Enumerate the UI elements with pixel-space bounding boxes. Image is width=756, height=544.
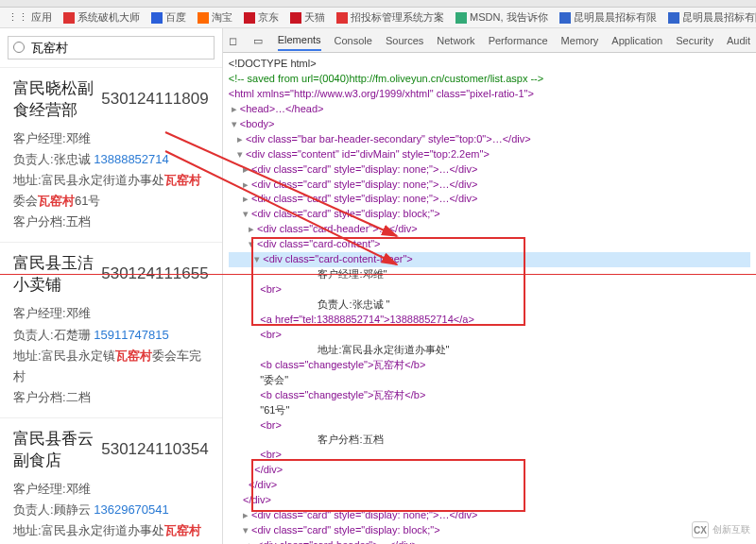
tab-audit[interactable]: Audit [727, 35, 750, 46]
owner-line: 负责人:张忠诚 13888852714 [13, 149, 209, 170]
bookmark-item[interactable]: 天猫 [290, 10, 325, 25]
card-title: 富民县玉洁小卖铺 [13, 252, 101, 296]
bookmark-item[interactable]: MSDN, 我告诉你 [455, 10, 548, 25]
tab-memory[interactable]: Memory [561, 35, 599, 46]
bookmark-item[interactable]: 昆明晨晨招标有限 [559, 10, 657, 25]
bookmarks-bar: ⋮⋮ 应用 系统破机大师 百度 淘宝 京东 天猫 招投标管理系统方案 MSDN,… [0, 8, 756, 28]
watermark-icon: CX [692, 521, 709, 538]
inspect-icon[interactable]: ◻ [229, 35, 240, 46]
bookmark-item[interactable]: 京东 [244, 10, 279, 25]
tab-application[interactable]: Application [611, 35, 662, 46]
phone-link[interactable]: 13629670541 [94, 502, 169, 517]
result-card: 富民县玉洁小卖铺 530124111655 客户经理:邓维 负责人:石楚珊 15… [0, 243, 222, 417]
apps-button[interactable]: ⋮⋮ 应用 [8, 10, 52, 25]
bookmark-item[interactable]: 淘宝 [198, 10, 232, 25]
bookmark-item[interactable]: 百度 [151, 10, 186, 25]
device-icon[interactable]: ▭ [253, 35, 265, 46]
tab-elements[interactable]: Elements [278, 34, 321, 51]
card-code: 530124111809 [101, 90, 208, 109]
bookmark-item[interactable]: 系统破机大师 [63, 10, 140, 25]
dom-tree[interactable]: <!DOCTYPE html> <!-- saved from url=(004… [223, 53, 756, 544]
card-title: 富民晓松副食经营部 [13, 77, 101, 121]
manager-line: 客户经理:邓维 [13, 128, 209, 149]
tab-performance[interactable]: Performance [489, 35, 548, 46]
watermark: CX 创新互联 [692, 521, 750, 538]
bookmark-item[interactable]: 昆明晨晨招标有限 [668, 10, 757, 25]
card-code: 530124111655 [101, 264, 208, 283]
search-input[interactable] [8, 36, 215, 60]
card-code: 530124110354 [101, 440, 208, 459]
tab-security[interactable]: Security [676, 35, 713, 46]
tab-network[interactable]: Network [437, 35, 474, 46]
address-line: 地址:富民县永定街道办事处瓦窑村委会瓦窑村61号 [13, 170, 209, 212]
card-title: 富民县香云副食店 [13, 428, 101, 471]
results-pane[interactable]: 富民晓松副食经营部 530124111809 客户经理:邓维 负责人:张忠诚 1… [0, 28, 223, 544]
devtools-tabs: ◻ ▭ Elements Console Sources Network Per… [223, 28, 756, 53]
tab-sources[interactable]: Sources [386, 35, 423, 46]
result-card: 富民晓松副食经营部 530124111809 客户经理:邓维 负责人:张忠诚 1… [0, 68, 222, 243]
bookmark-item[interactable]: 招投标管理系统方案 [336, 10, 444, 25]
phone-link[interactable]: 13888852714 [94, 152, 169, 166]
result-card: 富民县香云副食店 530124110354 客户经理:邓维 负责人:顾静云 13… [0, 418, 222, 544]
phone-link[interactable]: 15911747815 [94, 328, 169, 342]
tab-console[interactable]: Console [335, 35, 372, 46]
devtools-pane: ◻ ▭ Elements Console Sources Network Per… [223, 28, 756, 544]
tier-line: 客户分档:五档 [13, 212, 209, 232]
